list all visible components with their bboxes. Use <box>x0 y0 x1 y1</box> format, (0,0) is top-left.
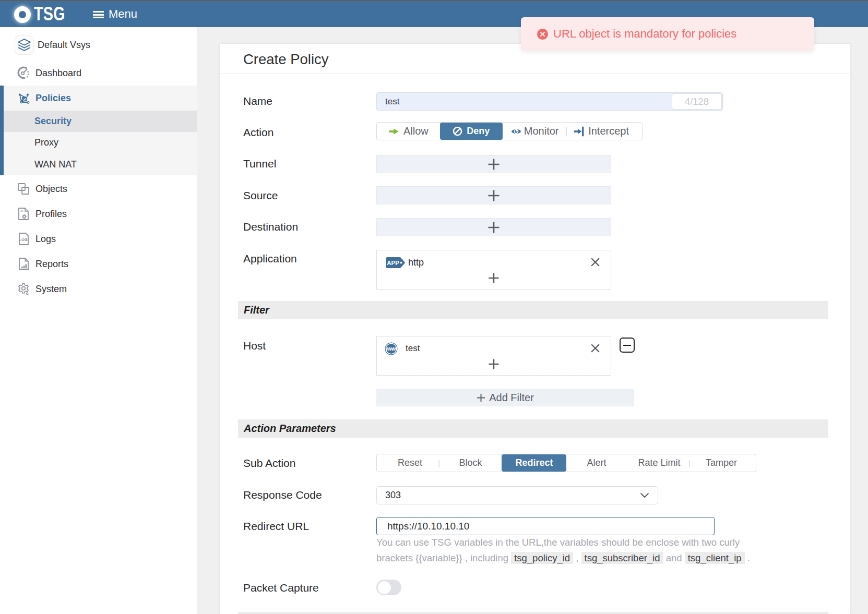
svg-text:APP: APP <box>387 260 399 266</box>
svg-text:www: www <box>385 345 398 352</box>
svg-text:LOG: LOG <box>19 237 27 242</box>
